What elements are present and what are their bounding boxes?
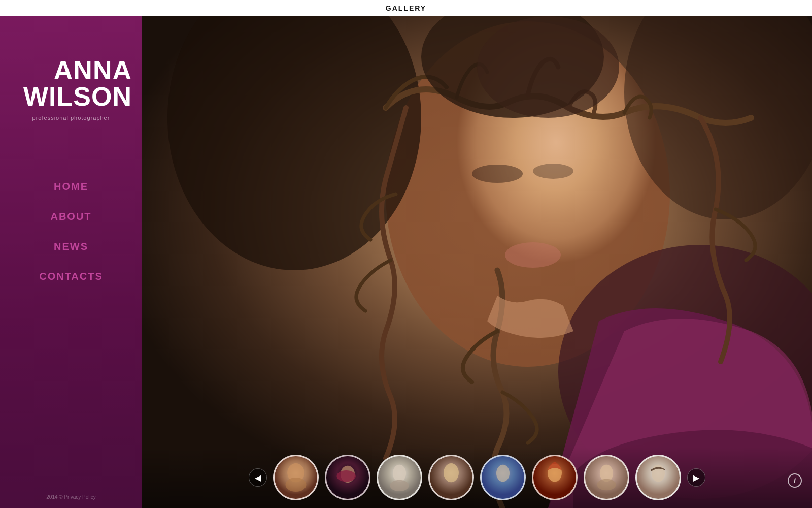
svg-point-20 [444, 463, 459, 482]
svg-point-27 [597, 479, 616, 490]
svg-point-1 [386, 21, 670, 367]
svg-point-22 [496, 465, 510, 482]
thumbnail-4[interactable] [428, 455, 474, 500]
photographer-name: ANNA WILSON [10, 57, 132, 110]
gallery-title: GALLERY [386, 4, 426, 12]
svg-point-2 [167, 16, 421, 270]
vine-overlay [142, 16, 812, 508]
svg-point-9 [533, 164, 573, 179]
top-bar: GALLERY [0, 0, 812, 16]
thumbnail-strip: ◀ [142, 447, 812, 508]
svg-point-15 [337, 470, 356, 482]
thumbnail-7[interactable] [584, 455, 629, 500]
thumbnail-5[interactable] [480, 455, 526, 500]
nav-item-home[interactable]: HOME [0, 172, 142, 202]
nav-item-about[interactable]: ABOUT [0, 202, 142, 232]
svg-point-7 [505, 242, 561, 268]
gallery-area: ◀ [142, 16, 812, 508]
prev-arrow[interactable]: ◀ [249, 468, 267, 487]
next-arrow[interactable]: ▶ [687, 468, 705, 487]
sidebar: ANNA WILSON professional photographer HO… [0, 16, 142, 508]
photographer-subtitle: professional photographer [10, 115, 132, 121]
main-photo: ◀ [142, 16, 812, 508]
main-layout: ANNA WILSON professional photographer HO… [0, 16, 812, 508]
thumbnail-2[interactable] [325, 455, 370, 500]
info-icon[interactable]: i [788, 473, 802, 488]
svg-point-12 [285, 478, 306, 492]
svg-point-3 [624, 16, 812, 219]
thumbnail-8[interactable] [635, 455, 681, 500]
svg-point-18 [390, 480, 409, 491]
svg-point-5 [421, 16, 604, 118]
thumbnail-3[interactable] [377, 455, 422, 500]
svg-point-17 [393, 465, 406, 482]
sidebar-navigation: HOME ABOUT NEWS CONTACTS [0, 172, 142, 292]
svg-rect-0 [142, 16, 812, 508]
svg-point-6 [477, 16, 619, 118]
sidebar-footer: 2014 © Privacy Policy [0, 494, 142, 500]
nav-item-contacts[interactable]: CONTACTS [0, 262, 142, 292]
svg-point-8 [472, 165, 523, 183]
sidebar-name-area: ANNA WILSON professional photographer [0, 16, 142, 131]
thumbnail-6[interactable] [532, 455, 578, 500]
thumbnail-1[interactable] [273, 455, 319, 500]
nav-item-news[interactable]: NEWS [0, 232, 142, 262]
